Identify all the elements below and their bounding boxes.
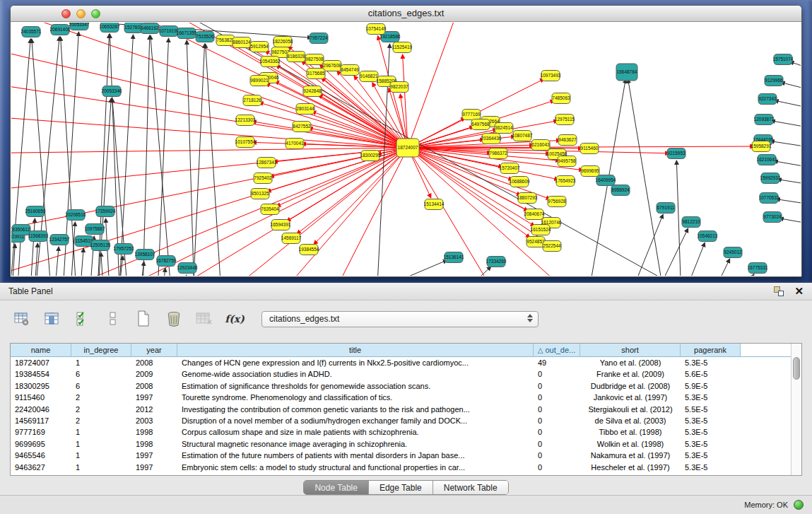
graph-node[interactable]: 3624514 — [495, 123, 513, 134]
graph-node[interactable]: 15751074 — [773, 54, 794, 65]
graph-edge[interactable] — [626, 214, 663, 276]
graph-edge[interactable] — [676, 160, 681, 276]
graph-node[interactable]: 16210643 — [757, 155, 777, 165]
graph-node[interactable]: 17334269 — [486, 257, 507, 267]
table-row[interactable]: 1830029562008Estimation of significance … — [11, 380, 801, 392]
graph-node[interactable]: 6466162 — [141, 23, 159, 34]
graph-node[interactable]: 16151524 — [531, 225, 551, 235]
graph-edge[interactable] — [11, 115, 408, 148]
graph-edge[interactable] — [628, 79, 665, 276]
graph-node[interactable]: 9777169 — [462, 110, 481, 120]
graph-node[interactable]: 12975115 — [555, 115, 575, 125]
delete-table-disabled-button[interactable] — [194, 309, 215, 329]
graph-edge[interactable] — [276, 148, 408, 206]
graph-node[interactable]: 17359924 — [95, 206, 116, 217]
graph-node[interactable]: 15958291 — [751, 141, 772, 152]
graph-node[interactable]: 11525419 — [392, 42, 413, 53]
column-header-year[interactable]: year — [131, 344, 177, 356]
float-window-icon[interactable] — [773, 286, 784, 297]
table-row[interactable]: 1938455462009Genome-wide association stu… — [11, 368, 801, 380]
graph-node[interactable]: 10754149 — [366, 24, 387, 35]
graph-edge[interactable] — [326, 148, 408, 276]
graph-node[interactable]: 9699695 — [581, 166, 599, 177]
graph-node[interactable]: 2967608 — [323, 61, 341, 71]
column-header-pagerank[interactable]: pagerank — [681, 344, 741, 356]
table-row[interactable]: 946362711997Embryonic stem cells: a mode… — [11, 462, 801, 473]
graph-node[interactable]: 9899021 — [250, 76, 269, 86]
graph-node[interactable]: 20053347 — [69, 23, 90, 30]
graph-node[interactable]: 3175685 — [307, 69, 325, 79]
graph-node[interactable]: 9524851 — [526, 237, 545, 247]
graph-node[interactable]: 7485063 — [552, 93, 570, 104]
graph-node[interactable]: 8501325 — [251, 189, 269, 199]
graph-edge[interactable] — [297, 148, 408, 234]
tab-node-table[interactable]: Node Table — [304, 481, 369, 494]
graph-node[interactable]: 13958107 — [135, 250, 155, 260]
graph-node[interactable]: 25160650 — [25, 206, 46, 217]
graph-node[interactable]: 10770533 — [759, 193, 779, 204]
graph-node[interactable]: 10107554 — [235, 137, 256, 148]
graph-edge[interactable] — [435, 267, 491, 276]
graph-node[interactable]: 18724007 — [396, 139, 419, 157]
graph-edge[interactable] — [11, 45, 408, 148]
table-row[interactable]: 2242004622012Investigating the contribut… — [11, 404, 801, 415]
graph-node[interactable]: 5912954 — [250, 42, 269, 52]
graph-edge[interactable] — [151, 35, 174, 276]
graph-node[interactable]: 20053346 — [102, 86, 122, 97]
graph-edge[interactable] — [101, 252, 105, 276]
graph-node[interactable]: 9129966 — [765, 76, 783, 86]
graph-node[interactable]: 20206516 — [66, 210, 86, 221]
graph-node[interactable]: 9756928 — [548, 197, 566, 207]
trash-button[interactable] — [163, 309, 184, 329]
graph-node[interactable]: 12213303 — [235, 115, 256, 126]
graph-edge[interactable] — [725, 274, 754, 276]
graph-node[interactable]: 2718126 — [243, 95, 261, 106]
column-header-name[interactable]: name — [11, 344, 71, 356]
graph-edge[interactable] — [192, 44, 205, 276]
tab-network-table[interactable]: Network Table — [433, 481, 508, 494]
table-row[interactable]: 911546021997Tourette syndrome. Phenomeno… — [11, 392, 801, 403]
table-row[interactable]: 1872400712008Changes of HCN gene express… — [11, 357, 801, 368]
graph-node[interactable]: 12867341 — [257, 158, 277, 168]
graph-node[interactable]: 20364436 — [481, 134, 502, 144]
graph-edge[interactable] — [264, 148, 408, 276]
graph-node[interactable]: 12093872 — [754, 115, 775, 125]
graph-edge[interactable] — [11, 148, 408, 153]
tab-edge-table[interactable]: Edge Table — [369, 481, 433, 494]
graph-node[interactable]: 8958924 — [611, 185, 630, 196]
graph-node[interactable]: 16671355 — [177, 28, 197, 39]
graph-node[interactable]: 9115460 — [580, 144, 599, 154]
graph-edge[interactable] — [775, 100, 801, 111]
graph-edge[interactable] — [187, 40, 195, 276]
graph-node[interactable]: 9215953 — [667, 148, 686, 159]
graph-node[interactable]: 8454749 — [341, 65, 359, 76]
window-titlebar[interactable]: citations_edges.txt — [11, 6, 801, 22]
graph-node[interactable]: 10546213 — [698, 231, 718, 242]
graph-node[interactable]: 9463627 — [558, 135, 577, 146]
graph-edge[interactable] — [17, 237, 20, 276]
graph-edge[interactable] — [777, 180, 801, 187]
graph-node[interactable]: 20840674 — [524, 209, 545, 220]
graph-node[interactable]: 18300295 — [360, 151, 381, 161]
graph-node[interactable]: 14569117 — [281, 233, 302, 244]
graph-node[interactable]: 16648784 — [616, 64, 637, 81]
column-header-short[interactable]: short — [580, 344, 681, 356]
graph-node[interactable]: 8427552 — [293, 122, 311, 132]
table-options-button[interactable] — [11, 309, 33, 329]
graph-node[interactable]: 17654923 — [555, 176, 576, 187]
graph-node[interactable]: 9245012 — [724, 247, 742, 258]
graph-node[interactable]: 1527602 — [124, 23, 143, 33]
close-panel-icon[interactable]: ✕ — [794, 286, 804, 297]
graph-node[interactable]: 12505135 — [90, 240, 111, 251]
graph-edge[interactable] — [117, 35, 133, 276]
graph-node[interactable]: 10973493 — [541, 71, 561, 81]
graph-edge[interactable] — [79, 248, 83, 276]
graph-node[interactable]: 6497568 — [471, 119, 490, 130]
table-row[interactable]: 969969511998Structural magnetic resonanc… — [11, 438, 801, 450]
graph-node[interactable]: 2803144 — [296, 104, 314, 115]
table-row[interactable]: 1456911722003Disruption of a novel membe… — [11, 415, 801, 426]
graph-edge[interactable] — [315, 260, 447, 276]
graph-edge[interactable] — [182, 275, 187, 276]
zoom-window-icon[interactable] — [91, 9, 100, 18]
graph-node[interactable]: 6791911 — [657, 203, 675, 214]
